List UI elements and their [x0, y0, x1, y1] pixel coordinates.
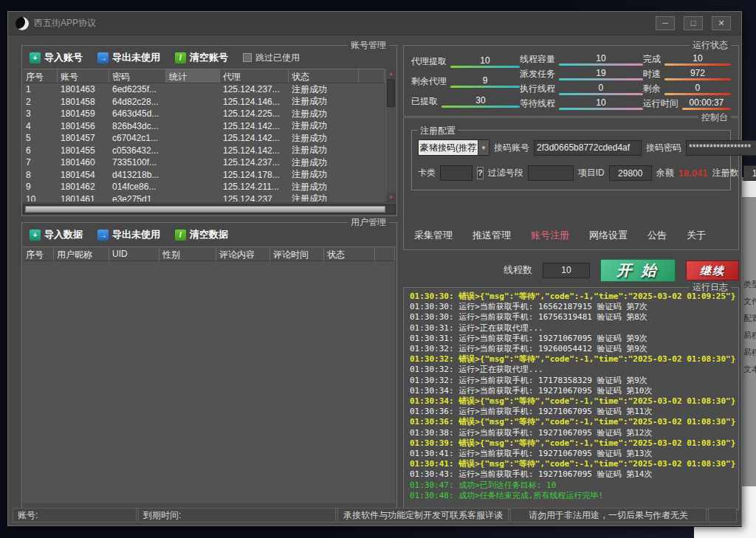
stat-item: 执行线程 0: [520, 83, 643, 95]
cell-proxy: 125.124.237: [220, 194, 289, 201]
clear-accounts-button[interactable]: / 清空账号: [175, 51, 228, 64]
export-unused-accounts-button[interactable]: → 导出未使用: [97, 51, 160, 64]
stat-gradient-bar: [559, 63, 643, 66]
log-line: 01:30:38: 运行>当前获取手机: 19271067095 验证码 第12…: [410, 428, 735, 438]
skip-used-checkbox[interactable]: 跳过已使用: [243, 52, 300, 64]
col-header-gender[interactable]: 性别: [159, 246, 216, 261]
app-logo-icon: [16, 17, 29, 30]
stat-label: 代理提取: [411, 55, 447, 68]
cell-no: 6: [23, 145, 58, 156]
console-panel: 控制台 注册配置 豪猪接码(推荐 ▼ 接码账号 接码密码 卡类 ? 过滤号段 项…: [403, 117, 739, 250]
tab[interactable]: 账号注册: [531, 229, 569, 242]
sms-provider-dropdown[interactable]: 豪猪接码(推荐 ▼: [418, 139, 489, 156]
stat-label: 派发任务: [520, 68, 555, 80]
code-password-input[interactable]: [686, 140, 756, 156]
minimize-button[interactable]: ─: [656, 16, 675, 30]
project-id-input[interactable]: [609, 165, 652, 181]
vscroll-thumb[interactable]: [387, 79, 395, 107]
tab[interactable]: 推送管理: [472, 229, 511, 242]
statusbar-filler: [708, 508, 737, 523]
cell-proxy: 125.124.211...: [220, 182, 289, 192]
col-header-proxy[interactable]: 代理: [220, 69, 289, 83]
stat-label: 剩余代理: [411, 75, 447, 88]
cell-account: 1801457: [58, 133, 109, 143]
cell-account: 1801460: [58, 157, 109, 168]
maximize-button[interactable]: □: [684, 16, 703, 30]
col-header-password[interactable]: 密码: [109, 69, 166, 83]
account-table-row[interactable]: 4 1801456 826b43dc... 125.124.142... 注册成…: [23, 120, 385, 133]
help-button[interactable]: ?: [477, 167, 484, 179]
console-tabs: 采集管理推送管理账号注册网络设置公告关于: [414, 229, 706, 242]
account-table-row[interactable]: 5 1801457 c67042c1... 125.124.142... 注册成…: [23, 132, 385, 145]
tab[interactable]: 关于: [687, 229, 706, 242]
register-count-input[interactable]: [743, 165, 756, 181]
stat-value: 972: [664, 69, 731, 78]
thread-count-input[interactable]: [543, 263, 590, 278]
code-account-input[interactable]: [534, 140, 642, 156]
stat-item: 等待线程 10: [520, 97, 643, 110]
titlebar: 西五街APP协议 ─ □ ✕: [8, 12, 741, 35]
clear-icon: /: [175, 230, 186, 241]
import-data-label: 导入数据: [44, 228, 83, 241]
filter-input[interactable]: [528, 165, 574, 181]
stat-value: 00:00:37: [682, 98, 731, 108]
col-header-comment-time[interactable]: 评论时间: [270, 246, 324, 261]
card-type-input[interactable]: [440, 165, 472, 181]
code-account-label: 接码账号: [494, 142, 529, 154]
tab[interactable]: 采集管理: [414, 229, 453, 242]
tab[interactable]: 公告: [647, 229, 667, 242]
window-title: 西五街APP协议: [34, 17, 96, 30]
account-table-hscrollbar[interactable]: [23, 204, 396, 214]
col-header-account[interactable]: 账号: [58, 69, 109, 83]
cell-proxy: 125.124.178...: [220, 170, 289, 180]
col-header-comment[interactable]: 评论内容: [216, 246, 270, 261]
account-table-row[interactable]: 1 1801463 6ed6235f... 125.124.237... 注册成…: [23, 83, 385, 96]
stat-label: 等待线程: [520, 97, 555, 110]
col-header-status[interactable]: 状态: [289, 69, 359, 83]
cell-proxy: 125.124.237...: [220, 157, 289, 168]
account-table-row[interactable]: 6 1801455 c0536432... 125.124.142... 注册成…: [23, 145, 385, 157]
tab[interactable]: 网络设置: [589, 229, 628, 242]
account-table-row[interactable]: 9 1801462 014fce86... 125.124.211... 注册成…: [23, 181, 385, 193]
stat-gradient-bar: [559, 78, 643, 80]
cell-password: c0536432...: [109, 145, 166, 156]
log-line: 01:30:30: 运行>当前获取手机: 16756319481 验证码 第8次: [410, 312, 735, 323]
stat-gradient-bar: [559, 93, 643, 95]
account-table-row[interactable]: 3 1801459 6463d45d... 125.124.225... 注册成…: [23, 108, 385, 120]
scroll-down-icon[interactable]: ▼: [386, 193, 396, 202]
chevron-down-icon[interactable]: ▼: [478, 140, 489, 155]
cell-no: 2: [23, 97, 58, 107]
col-header-stats[interactable]: 统计: [166, 69, 220, 83]
cell-password: 64d82c28...: [109, 97, 166, 107]
stat-item: 剩余 0: [643, 83, 731, 95]
clear-data-button[interactable]: / 清空数据: [175, 228, 228, 241]
account-table-row[interactable]: 8 1801454 d413218b... 125.124.178... 注册成…: [23, 169, 385, 182]
hscroll-thumb[interactable]: [25, 206, 385, 213]
background-window-block: [742, 181, 756, 197]
col-header-status[interactable]: 状态: [324, 246, 375, 261]
account-table-row[interactable]: 10 1801461 e3e275d1 125.124.237 注册成功: [23, 193, 385, 202]
start-button[interactable]: 开 始: [600, 259, 676, 282]
statusbar-account: 账号:: [13, 508, 137, 523]
close-button[interactable]: ✕: [712, 16, 731, 30]
account-table-vscrollbar[interactable]: ▲ ▼: [385, 69, 396, 202]
account-table-header: 序号 账号 密码 统计 代理 状态: [23, 69, 385, 83]
import-accounts-button[interactable]: + 导入账号: [30, 51, 83, 64]
col-header-nickname[interactable]: 用户昵称: [54, 246, 109, 261]
col-header-no[interactable]: 序号: [23, 69, 58, 83]
col-header-no[interactable]: 序号: [23, 246, 54, 261]
account-table-row[interactable]: 7 1801460 7335100f... 125.124.237... 注册成…: [23, 156, 385, 169]
account-panel: 账号管理 + 导入账号 → 导出未使用 / 清空账号 跳过已使用 序号 账号: [21, 45, 397, 216]
user-panel: 用户管理 + 导入数据 → 导出未使用 / 清空数据 序号 用户昵称 UID 性…: [21, 222, 397, 508]
continue-button[interactable]: 继续: [686, 261, 739, 280]
import-data-button[interactable]: + 导入数据: [30, 228, 83, 241]
col-header-uid[interactable]: UID: [109, 246, 159, 261]
thread-count-label: 线程数: [504, 263, 532, 277]
account-table-row[interactable]: 2 1801458 64d82c28... 125.124.146... 注册成…: [23, 96, 385, 108]
account-panel-title: 账号管理: [348, 40, 389, 50]
cell-password: 6ed6235f...: [109, 84, 166, 94]
export-unused-data-button[interactable]: → 导出未使用: [97, 228, 160, 241]
background-window-item: 配置: [742, 311, 756, 325]
scroll-up-icon[interactable]: ▲: [386, 69, 396, 78]
cell-password: e3e275d1: [109, 194, 166, 201]
